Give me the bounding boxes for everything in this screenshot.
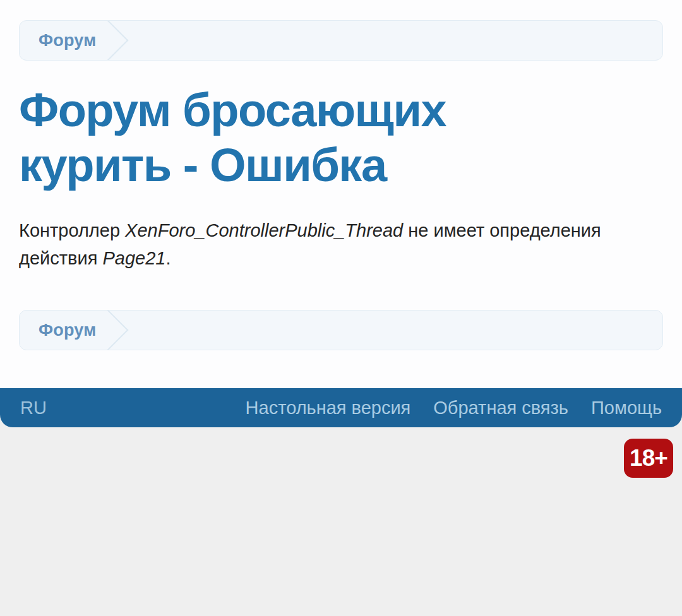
content-spacer	[0, 350, 682, 388]
bottom-area: 18+	[0, 427, 682, 616]
page-title: Форум бросающих курить - Ошибка	[19, 83, 549, 192]
breadcrumb-bottom: Форум	[19, 310, 663, 350]
language-switcher[interactable]: RU	[20, 398, 47, 418]
footer-link-help[interactable]: Помощь	[591, 398, 662, 418]
page: Форум Форум бросающих курить - Ошибка Ко…	[0, 0, 682, 616]
footer-bar: RU Настольная версия Обратная связь Помо…	[0, 388, 682, 427]
content-area: Форум Форум бросающих курить - Ошибка Ко…	[0, 0, 682, 350]
error-message: Контроллер XenForo_ControllerPublic_Thre…	[19, 216, 606, 272]
footer-links: Настольная версия Обратная связь Помощь	[246, 398, 662, 418]
footer-link-desktop-version[interactable]: Настольная версия	[246, 398, 411, 418]
age-rating-badge: 18+	[624, 439, 673, 478]
footer-link-feedback[interactable]: Обратная связь	[433, 398, 568, 418]
breadcrumb-top: Форум	[19, 20, 663, 61]
